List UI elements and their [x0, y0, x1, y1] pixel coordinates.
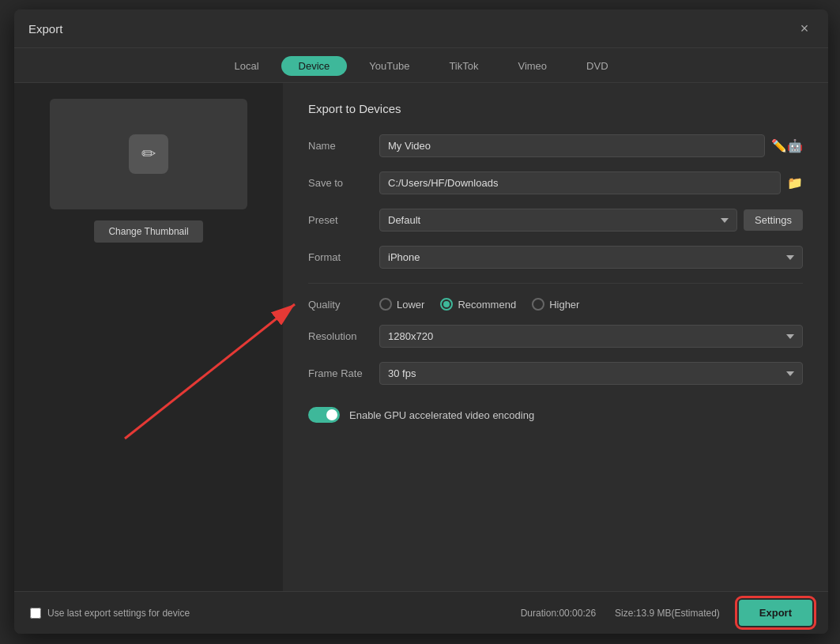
close-button[interactable]: ×: [795, 19, 814, 38]
modal-body: ✏ Change Thumbnail Export to Devices: [14, 83, 828, 591]
resolution-label: Resolution: [308, 330, 379, 342]
format-control: iPhone iPad Android Apple TV: [379, 246, 803, 269]
thumbnail-box[interactable]: ✏: [50, 99, 247, 209]
right-panel: Export to Devices Name ✏️🤖 Save to 📁: [283, 83, 828, 591]
name-label: Name: [308, 140, 379, 152]
modal-title: Export: [28, 22, 62, 36]
gpu-toggle[interactable]: [308, 407, 340, 423]
duration-info: Duration:00:00:26: [521, 608, 596, 619]
frame-rate-control: 30 fps 24 fps 60 fps: [379, 362, 803, 385]
name-row: Name ✏️🤖: [308, 134, 803, 157]
quality-recommend[interactable]: Recommend: [440, 298, 516, 311]
name-control: ✏️🤖: [379, 134, 803, 157]
radio-recommend-circle: [440, 298, 453, 311]
preset-select[interactable]: Default Custom: [379, 209, 737, 232]
svg-line-1: [125, 304, 295, 439]
section-title: Export to Devices: [308, 102, 803, 115]
tab-local[interactable]: Local: [217, 56, 276, 76]
tab-dvd[interactable]: DVD: [569, 56, 625, 76]
modal-titlebar: Export ×: [14, 9, 828, 48]
quality-radio-group: Lower Recommend Higher: [379, 298, 579, 311]
preset-label: Preset: [308, 214, 379, 226]
settings-button[interactable]: Settings: [744, 209, 803, 231]
name-input[interactable]: [379, 134, 765, 157]
tab-vimeo[interactable]: Vimeo: [500, 56, 564, 76]
gpu-label: Enable GPU accelerated video encoding: [349, 409, 534, 421]
size-info: Size:13.9 MB(Estimated): [615, 608, 720, 619]
divider: [308, 283, 803, 284]
tab-device[interactable]: Device: [281, 56, 348, 76]
tab-tiktok[interactable]: TikTok: [431, 56, 495, 76]
resolution-control: 1280x720 1920x1080 720x480: [379, 325, 803, 348]
tabs-bar: Local Device YouTube TikTok Vimeo DVD: [14, 48, 828, 83]
radio-higher-circle: [532, 298, 544, 311]
quality-higher-label: Higher: [549, 299, 579, 311]
modal-footer: Use last export settings for device Dura…: [14, 591, 828, 634]
save-to-input[interactable]: [379, 171, 781, 194]
use-last-settings-checkbox[interactable]: [30, 608, 41, 619]
export-modal: Export × Local Device YouTube TikTok Vim…: [14, 9, 828, 634]
folder-icon[interactable]: 📁: [787, 175, 803, 190]
preset-row: Preset Default Custom Settings: [308, 209, 803, 232]
quality-higher[interactable]: Higher: [532, 298, 579, 311]
resolution-row: Resolution 1280x720 1920x1080 720x480: [308, 325, 803, 348]
left-panel: ✏ Change Thumbnail: [14, 83, 283, 591]
thumbnail-edit-icon: ✏: [129, 134, 168, 174]
resolution-select[interactable]: 1280x720 1920x1080 720x480: [379, 325, 803, 348]
frame-rate-select[interactable]: 30 fps 24 fps 60 fps: [379, 362, 803, 385]
radio-lower-circle: [379, 298, 392, 311]
save-to-control: 📁: [379, 171, 803, 194]
format-row: Format iPhone iPad Android Apple TV: [308, 246, 803, 269]
frame-rate-label: Frame Rate: [308, 367, 379, 379]
format-label: Format: [308, 251, 379, 263]
dialog-overlay: Export × Local Device YouTube TikTok Vim…: [0, 0, 840, 644]
tab-youtube[interactable]: YouTube: [352, 56, 427, 76]
quality-label: Quality: [308, 299, 379, 311]
quality-row: Quality Lower Recommend Higher: [308, 298, 803, 311]
quality-lower[interactable]: Lower: [379, 298, 424, 311]
save-to-label: Save to: [308, 177, 379, 189]
gpu-toggle-row: Enable GPU accelerated video encoding: [308, 399, 803, 431]
frame-rate-row: Frame Rate 30 fps 24 fps 60 fps: [308, 362, 803, 385]
use-last-settings-label: Use last export settings for device: [47, 608, 190, 619]
quality-recommend-label: Recommend: [458, 299, 516, 311]
quality-lower-label: Lower: [397, 299, 424, 311]
ai-icon[interactable]: ✏️🤖: [771, 138, 803, 153]
footer-info: Duration:00:00:26 Size:13.9 MB(Estimated…: [521, 600, 812, 626]
export-button[interactable]: Export: [739, 600, 812, 626]
change-thumbnail-button[interactable]: Change Thumbnail: [94, 220, 202, 243]
save-to-row: Save to 📁: [308, 171, 803, 194]
use-last-settings: Use last export settings for device: [30, 608, 190, 619]
format-select[interactable]: iPhone iPad Android Apple TV: [379, 246, 803, 269]
preset-control: Default Custom Settings: [379, 209, 803, 232]
